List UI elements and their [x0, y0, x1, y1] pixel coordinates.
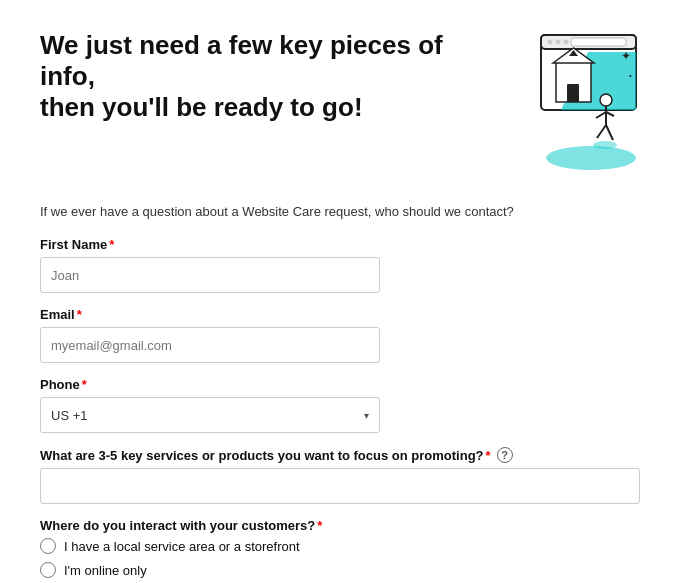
svg-point-13 — [600, 94, 612, 106]
services-label: What are 3-5 key services or products yo… — [40, 448, 491, 463]
first-name-label: First Name* — [40, 237, 641, 252]
required-star: * — [486, 448, 491, 463]
main-form: First Name* Email* Phone* US +1 CA +1 UK… — [40, 237, 641, 583]
page-headline: We just need a few key pieces of info, t… — [40, 30, 460, 124]
svg-rect-8 — [567, 84, 579, 102]
form-subtitle: If we ever have a question about a Websi… — [40, 204, 641, 219]
radio-local-label: I have a local service area or a storefr… — [64, 539, 300, 554]
svg-point-3 — [556, 40, 561, 45]
phone-wrapper: US +1 CA +1 UK +44 ▾ — [40, 397, 380, 433]
radio-local[interactable]: I have a local service area or a storefr… — [40, 538, 641, 554]
interaction-radio-group: I have a local service area or a storefr… — [40, 538, 641, 578]
illustration: ✦ • — [481, 30, 641, 180]
svg-text:✦: ✦ — [621, 49, 631, 63]
first-name-group: First Name* — [40, 237, 641, 293]
radio-online[interactable]: I'm online only — [40, 562, 641, 578]
svg-point-4 — [564, 40, 569, 45]
header-row: We just need a few key pieces of info, t… — [40, 30, 641, 180]
interaction-group: Where do you interact with your customer… — [40, 518, 641, 578]
svg-point-19 — [546, 146, 636, 170]
svg-text:•: • — [629, 71, 632, 80]
phone-country-select[interactable]: US +1 CA +1 UK +44 — [51, 408, 360, 423]
required-star: * — [77, 307, 82, 322]
chevron-down-icon: ▾ — [364, 410, 369, 421]
svg-point-20 — [593, 141, 617, 149]
interaction-label: Where do you interact with your customer… — [40, 518, 641, 533]
services-group: What are 3-5 key services or products yo… — [40, 447, 641, 504]
svg-point-2 — [548, 40, 553, 45]
services-label-row: What are 3-5 key services or products yo… — [40, 447, 641, 463]
help-icon[interactable]: ? — [497, 447, 513, 463]
services-input[interactable] — [40, 468, 640, 504]
radio-local-input[interactable] — [40, 538, 56, 554]
svg-line-18 — [606, 125, 613, 140]
phone-label: Phone* — [40, 377, 641, 392]
svg-line-16 — [606, 112, 614, 116]
radio-online-label: I'm online only — [64, 563, 147, 578]
svg-line-17 — [597, 125, 606, 138]
email-label: Email* — [40, 307, 641, 322]
radio-online-input[interactable] — [40, 562, 56, 578]
phone-group: Phone* US +1 CA +1 UK +44 ▾ — [40, 377, 641, 433]
required-star: * — [82, 377, 87, 392]
svg-line-15 — [596, 112, 606, 118]
first-name-input[interactable] — [40, 257, 380, 293]
email-input[interactable] — [40, 327, 380, 363]
required-star: * — [317, 518, 322, 533]
email-group: Email* — [40, 307, 641, 363]
required-star: * — [109, 237, 114, 252]
svg-rect-5 — [571, 38, 626, 46]
